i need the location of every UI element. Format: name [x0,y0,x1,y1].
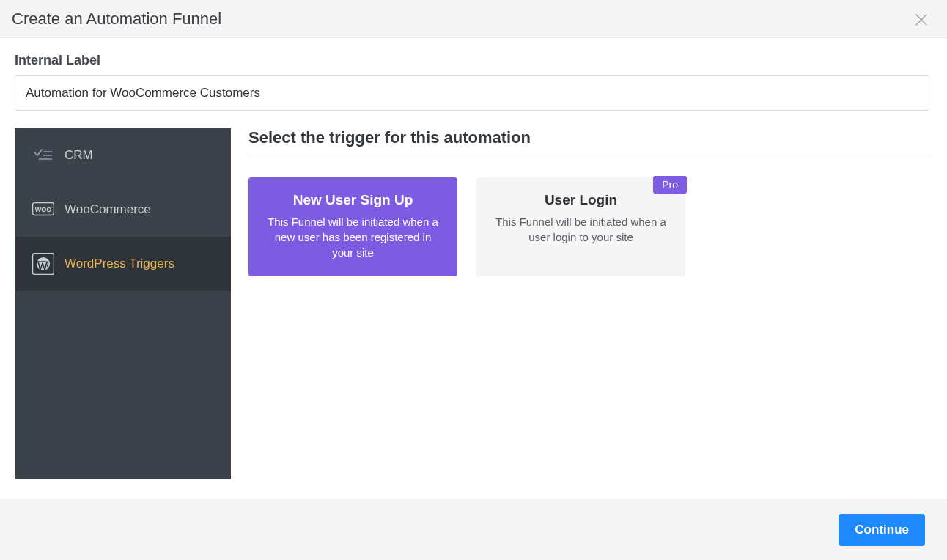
sidebar-item-woocommerce[interactable]: WOO WooCommerce [15,183,231,237]
section-heading: Select the trigger for this automation [248,128,930,158]
pro-badge: Pro [653,176,687,194]
wordpress-icon [32,253,54,275]
sidebar-item-label: WordPress Triggers [65,257,174,271]
trigger-cards: New User Sign Up This Funnel will be ini… [248,177,930,276]
sidebar-item-label: CRM [65,148,93,163]
sidebar: CRM WOO WooCommerce WordPr [15,128,231,479]
svg-text:WOO: WOO [35,206,52,213]
internal-label-section: Internal Label [0,38,947,128]
card-user-login[interactable]: Pro User Login This Funnel will be initi… [476,177,685,276]
sidebar-item-label: WooCommerce [65,202,151,217]
card-new-user-sign-up[interactable]: New User Sign Up This Funnel will be ini… [248,177,457,276]
woo-icon: WOO [32,199,54,221]
dialog-header: Create an Automation Funnel [0,0,947,38]
internal-label-input[interactable] [15,75,929,111]
sidebar-item-wordpress-triggers[interactable]: WordPress Triggers [15,237,231,291]
content-area: Select the trigger for this automation N… [231,128,930,276]
sidebar-item-crm[interactable]: CRM [15,128,231,183]
checklist-icon [32,144,54,166]
continue-button[interactable]: Continue [839,514,925,546]
card-title: User Login [493,192,669,208]
internal-label-caption: Internal Label [15,53,932,68]
close-icon[interactable] [912,10,931,29]
card-description: This Funnel will be initiated when a use… [493,214,669,245]
dialog-title: Create an Automation Funnel [12,10,221,29]
card-title: New User Sign Up [265,192,441,208]
main-row: CRM WOO WooCommerce WordPr [0,128,947,479]
dialog-footer: Continue [0,499,947,560]
card-description: This Funnel will be initiated when a new… [265,214,441,260]
